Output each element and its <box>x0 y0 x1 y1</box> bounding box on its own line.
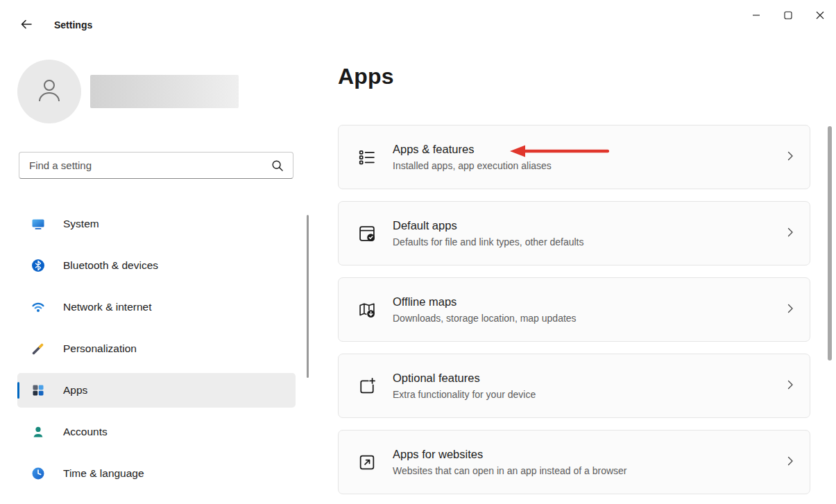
sidebar-item-label: System <box>63 218 99 230</box>
optional-features-icon <box>357 376 377 396</box>
search-box <box>19 152 293 179</box>
chevron-right-icon <box>785 227 796 241</box>
chevron-right-icon <box>785 379 796 393</box>
card-subtitle: Downloads, storage location, map updates <box>393 313 785 324</box>
card-optional-features[interactable]: Optional features Extra functionality fo… <box>338 354 810 418</box>
minimize-icon <box>752 10 760 22</box>
avatar <box>17 60 81 123</box>
sidebar-item-label: Personalization <box>63 342 137 355</box>
chevron-right-icon <box>785 150 796 164</box>
maximize-button[interactable] <box>772 0 804 32</box>
close-button[interactable] <box>804 0 836 32</box>
card-apps-for-websites[interactable]: Apps for websites Websites that can open… <box>338 430 810 494</box>
paintbrush-icon <box>31 342 45 356</box>
user-icon <box>35 76 64 107</box>
chevron-right-icon <box>785 303 796 317</box>
sidebar-item-time-language[interactable]: Time & language <box>17 456 296 491</box>
accounts-person-icon <box>31 425 45 439</box>
sidebar-item-label: Network & internet <box>63 301 152 313</box>
back-arrow-icon <box>19 17 33 34</box>
page-title: Apps <box>338 64 394 89</box>
sidebar-item-label: Apps <box>63 384 87 397</box>
sidebar-item-label: Bluetooth & devices <box>63 259 158 272</box>
window-title: Settings <box>54 19 92 31</box>
search-input[interactable] <box>19 153 293 178</box>
card-default-apps[interactable]: Default apps Defaults for file and link … <box>338 201 810 266</box>
sidebar-item-accounts[interactable]: Accounts <box>17 415 296 449</box>
selection-accent-bar <box>17 382 19 399</box>
sidebar-item-system[interactable]: System <box>17 207 296 241</box>
close-icon <box>816 10 824 22</box>
system-icon <box>31 217 45 231</box>
card-subtitle: Websites that can open in an app instead… <box>393 465 785 476</box>
card-subtitle: Installed apps, app execution aliases <box>393 160 785 171</box>
titlebar: Settings <box>0 0 836 39</box>
apps-websites-icon <box>357 453 377 472</box>
user-name-redacted <box>90 75 239 108</box>
card-subtitle: Extra functionality for your device <box>393 389 785 400</box>
maximize-icon <box>784 10 792 22</box>
card-title: Apps for websites <box>393 448 785 461</box>
sidebar-item-label: Accounts <box>63 426 108 438</box>
card-offline-maps[interactable]: Offline maps Downloads, storage location… <box>338 277 810 342</box>
back-button[interactable] <box>15 15 37 36</box>
chevron-right-icon <box>785 455 796 469</box>
card-title: Optional features <box>393 372 785 385</box>
card-text: Offline maps Downloads, storage location… <box>393 295 785 324</box>
sidebar-item-network-internet[interactable]: Network & internet <box>17 290 296 324</box>
network-wifi-icon <box>31 300 45 314</box>
card-subtitle: Defaults for file and link types, other … <box>393 236 785 247</box>
offline-maps-icon <box>357 300 377 320</box>
sidebar-scrollbar[interactable] <box>307 215 309 378</box>
card-text: Default apps Defaults for file and link … <box>393 219 785 247</box>
default-apps-icon <box>357 224 377 243</box>
minimize-button[interactable] <box>740 0 772 32</box>
search-icon <box>271 159 284 175</box>
sidebar-nav: System Bluetooth & devices Network & int… <box>17 207 296 498</box>
sidebar-item-personalization[interactable]: Personalization <box>17 331 296 366</box>
account-section[interactable] <box>17 60 295 123</box>
apps-icon <box>31 383 45 397</box>
bluetooth-icon <box>31 259 45 272</box>
content-scrollbar[interactable] <box>828 126 832 360</box>
sidebar-item-bluetooth-devices[interactable]: Bluetooth & devices <box>17 248 296 283</box>
settings-card-list: Apps & features Installed apps, app exec… <box>338 125 810 504</box>
sidebar-item-apps[interactable]: Apps <box>17 373 296 408</box>
clock-icon <box>31 467 45 480</box>
annotation-arrow-icon <box>510 144 611 162</box>
card-title: Offline maps <box>393 295 785 309</box>
card-text: Optional features Extra functionality fo… <box>393 372 785 400</box>
window-controls <box>740 0 836 32</box>
card-title: Default apps <box>393 219 785 232</box>
apps-features-icon <box>357 148 377 167</box>
card-text: Apps for websites Websites that can open… <box>393 448 785 476</box>
sidebar-item-label: Time & language <box>63 467 144 480</box>
